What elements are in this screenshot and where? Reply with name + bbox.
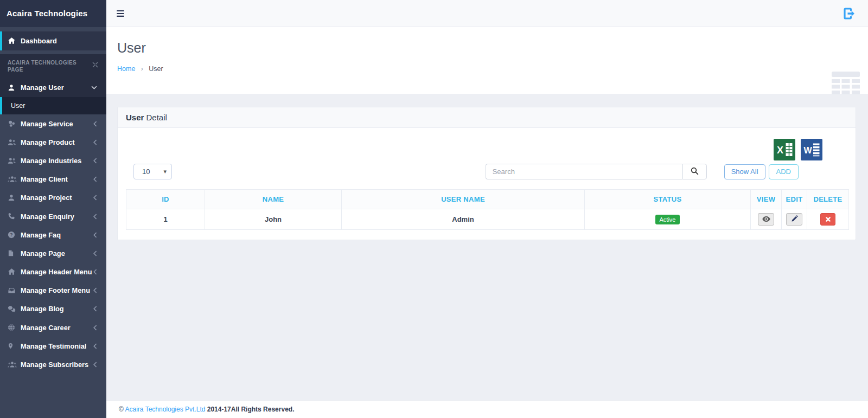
view-button[interactable] [758, 213, 774, 226]
cell-user-name: Admin [342, 209, 585, 230]
brand-title: Acaira Technologies [7, 9, 87, 18]
column-header-edit: EDIT [782, 190, 807, 209]
svg-text:X: X [777, 145, 783, 156]
sidebar-item-manage-service[interactable]: Manage Service [0, 114, 106, 133]
page-size-select[interactable]: 10 ▾ [133, 164, 172, 179]
pencil-icon [791, 215, 798, 224]
chevron-left-icon [93, 287, 106, 293]
sidebar-item-label: Dashboard [21, 37, 106, 45]
users-group-icon [8, 361, 21, 368]
sidebar-item-label: Manage Service [21, 120, 93, 128]
sidebar-item-label: Manage Industries [21, 157, 93, 165]
export-buttons: X W [126, 139, 822, 160]
sidebar-item-manage-user[interactable]: Manage User [0, 78, 106, 97]
hamburger-menu-icon[interactable] [117, 10, 124, 17]
chevron-left-icon [93, 195, 106, 201]
home-icon [8, 37, 21, 45]
chevron-left-icon [93, 325, 106, 331]
breadcrumb-separator: › [141, 65, 143, 73]
user-detail-panel: User Detail X W 10 ▾ [117, 107, 856, 240]
table-row: 1 John Admin Active [126, 209, 849, 230]
cell-view [751, 209, 782, 230]
edit-button[interactable] [786, 213, 802, 226]
magnifier-icon [691, 167, 699, 177]
panel-header: User Detail [118, 107, 856, 128]
panel-title-bold: User [126, 113, 144, 122]
caret-down-icon: ▾ [163, 168, 167, 175]
sidebar-item-dashboard[interactable]: Dashboard [0, 31, 106, 50]
table-controls: 10 ▾ Show All ADD [126, 164, 847, 179]
search-button[interactable] [682, 164, 707, 179]
comments-icon [8, 305, 21, 312]
sidebar-active-group: ACAIRA TECHNOLOGIES PAGE Manage User Use… [0, 54, 106, 114]
footer-company-link[interactable]: Acaira Technologies Pvt.Ltd [125, 406, 206, 413]
sidebar-item-manage-client[interactable]: Manage Client [0, 170, 106, 189]
table-watermark-icon [831, 69, 861, 101]
sidebar-item-manage-project[interactable]: Manage Project [0, 189, 106, 207]
sign-out-icon[interactable] [843, 7, 856, 20]
footer: © Acaira Technologies Pvt.Ltd 2014-17All… [106, 400, 868, 418]
cell-id: 1 [126, 209, 205, 230]
sidebar-item-manage-blog[interactable]: Manage Blog [0, 300, 106, 318]
search-input[interactable] [486, 164, 682, 179]
sidebar-item-label: Manage Testimonial [21, 342, 93, 350]
sidebar-item-label: Manage Enquiry [21, 213, 93, 221]
page-size-value: 10 [142, 168, 150, 176]
sidebar-item-label: Manage Page [21, 249, 93, 258]
sidebar-subitem-user[interactable]: User [0, 97, 106, 114]
chevron-left-icon [93, 232, 106, 238]
chevron-left-icon [93, 362, 106, 368]
column-header-status: STATUS [585, 190, 751, 209]
sidebar-item-label: Manage Client [21, 175, 93, 183]
cogs-icon [8, 120, 21, 128]
sidebar-item-label: Manage Project [21, 194, 93, 202]
main-area: User Home › User User Detail X W [106, 0, 868, 418]
sidebar-section-header: ACAIRA TECHNOLOGIES PAGE [0, 54, 106, 78]
sidebar-item-manage-enquiry[interactable]: Manage Enquiry [0, 207, 106, 226]
sidebar-item-manage-testimonial[interactable]: Manage Testimonial [0, 337, 106, 355]
delete-button[interactable] [820, 213, 835, 226]
svg-text:?: ? [10, 232, 12, 237]
search-group [486, 164, 707, 179]
app-window: Acaira Technologies Dashboard ACAIRA TEC… [0, 0, 868, 418]
excel-icon[interactable]: X [774, 139, 795, 160]
brand-logo[interactable]: Acaira Technologies [0, 0, 106, 27]
cell-status: Active [585, 209, 751, 230]
breadcrumb-home-link[interactable]: Home [117, 65, 135, 73]
table-header-row: ID NAME USER NAME STATUS VIEW EDIT DELET… [126, 190, 849, 209]
topbar [106, 0, 868, 27]
sidebar-item-label: Manage Product [21, 138, 93, 146]
chevron-left-icon [93, 158, 106, 164]
sidebar-item-manage-career[interactable]: Manage Career [0, 318, 106, 337]
sidebar-item-manage-subscribers[interactable]: Manage Subscribers [0, 355, 106, 374]
footer-rights-text: 2014-17All Rights Reserved. [205, 406, 294, 413]
page-title: User [106, 27, 868, 56]
user-table: ID NAME USER NAME STATUS VIEW EDIT DELET… [126, 189, 849, 230]
sidebar-item-manage-faq[interactable]: ?Manage Faq [0, 226, 106, 244]
show-all-button[interactable]: Show All [724, 164, 765, 179]
sidebar-item-manage-industries[interactable]: Manage Industries [0, 151, 106, 170]
column-header-user-name: USER NAME [342, 190, 585, 209]
users-icon [8, 139, 21, 146]
file-icon [8, 249, 21, 257]
column-header-id: ID [126, 190, 205, 209]
cell-name: John [205, 209, 342, 230]
sidebar-item-manage-page[interactable]: Manage Page [0, 244, 106, 262]
sidebar-item-label: Manage Footer Menu [21, 286, 93, 294]
chevron-left-icon [93, 343, 106, 349]
add-button[interactable]: ADD [769, 164, 799, 179]
content-header: User Home › User [106, 27, 868, 94]
sidebar-item-manage-product[interactable]: Manage Product [0, 133, 106, 151]
sidebar-item-manage-footer-menu[interactable]: Manage Footer Menu [0, 281, 106, 300]
chevron-left-icon [93, 176, 106, 182]
phone-icon [8, 213, 21, 220]
sidebar-item-label: Manage Faq [21, 231, 93, 239]
svg-text:W: W [803, 146, 812, 155]
x-icon [826, 215, 831, 223]
sidebar-item-manage-header-menu[interactable]: Manage Header Menu [0, 263, 106, 281]
breadcrumb-current: User [149, 65, 163, 73]
chevron-left-icon [93, 306, 106, 312]
wrench-icon [92, 61, 99, 68]
panel-body: X W 10 ▾ [118, 128, 856, 240]
word-icon[interactable]: W [801, 139, 822, 160]
